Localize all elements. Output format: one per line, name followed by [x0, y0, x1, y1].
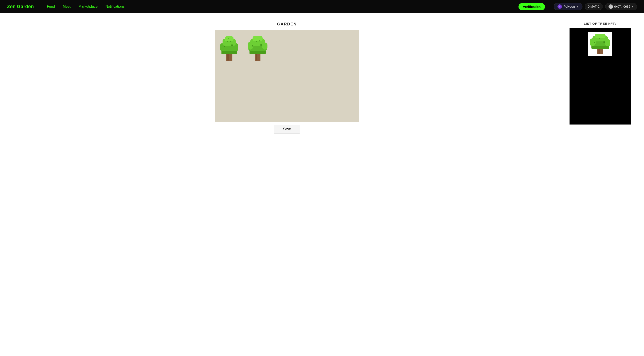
right-panel: LIST OF TREE NFTs [570, 22, 631, 125]
svg-rect-20 [260, 44, 262, 46]
svg-rect-31 [594, 42, 595, 43]
save-button-wrapper: Save [274, 125, 300, 134]
svg-rect-32 [604, 42, 605, 43]
nav-right: P Polygon ▼ 0 MATIC 0x07...0635 ▼ [554, 3, 637, 10]
brand-name: Zen Garden [7, 4, 34, 10]
garden-section: GARDEN [13, 22, 561, 134]
nav-meet[interactable]: Meet [63, 5, 71, 9]
svg-rect-16 [252, 36, 263, 41]
svg-rect-12 [256, 54, 258, 61]
svg-point-18 [262, 43, 268, 50]
navbar: Zen Garden Fund Meet Marketplace Notific… [0, 0, 644, 13]
polygon-icon: P [558, 5, 562, 9]
tree-nft-1[interactable] [219, 35, 239, 63]
save-button[interactable]: Save [274, 125, 300, 134]
matic-button[interactable]: 0 MATIC [585, 3, 603, 10]
nav-links: Fund Meet Marketplace Notifications [47, 5, 510, 9]
main-content: GARDEN [0, 13, 644, 142]
polygon-label: Polygon [564, 5, 575, 8]
svg-rect-0 [226, 53, 232, 61]
svg-rect-6 [224, 46, 225, 47]
wallet-address: 0x07...0635 [614, 5, 630, 8]
svg-rect-22 [259, 40, 260, 42]
svg-rect-8 [227, 41, 228, 42]
svg-rect-21 [256, 41, 257, 42]
verification-button[interactable]: Verification [518, 3, 545, 10]
svg-rect-7 [231, 45, 233, 46]
nft-list-title: LIST OF TREE NFTs [584, 22, 616, 26]
svg-rect-9 [230, 41, 231, 42]
nft-list-area [570, 28, 631, 125]
nft-card-1[interactable] [588, 32, 612, 56]
polygon-chevron-icon: ▼ [576, 6, 579, 8]
tree-nft-2[interactable] [248, 35, 268, 63]
svg-rect-19 [252, 45, 253, 47]
nav-fund[interactable]: Fund [47, 5, 55, 9]
wallet-chevron-icon: ▼ [632, 6, 634, 8]
polygon-button[interactable]: P Polygon ▼ [554, 3, 582, 10]
svg-rect-24 [598, 49, 600, 54]
nav-notifications[interactable]: Notifications [105, 5, 124, 9]
tree-container [219, 35, 268, 63]
wallet-button[interactable]: 0x07...0635 ▼ [605, 3, 637, 10]
svg-rect-33 [599, 38, 600, 39]
nav-marketplace[interactable]: Marketplace [78, 5, 98, 9]
wallet-avatar-icon [608, 5, 613, 9]
garden-canvas [215, 30, 359, 122]
nft-tree-image [590, 33, 610, 55]
svg-rect-11 [255, 53, 260, 61]
garden-title: GARDEN [277, 22, 297, 27]
svg-rect-10 [228, 38, 229, 39]
svg-rect-28 [595, 34, 606, 38]
svg-rect-1 [227, 54, 229, 61]
